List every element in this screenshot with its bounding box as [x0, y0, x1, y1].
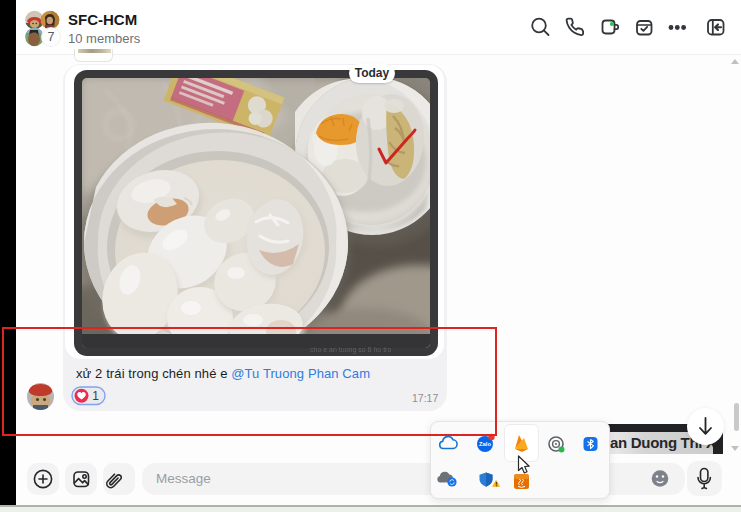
svg-text:Zalo: Zalo — [479, 441, 491, 447]
svg-text:7: 7 — [48, 30, 55, 44]
